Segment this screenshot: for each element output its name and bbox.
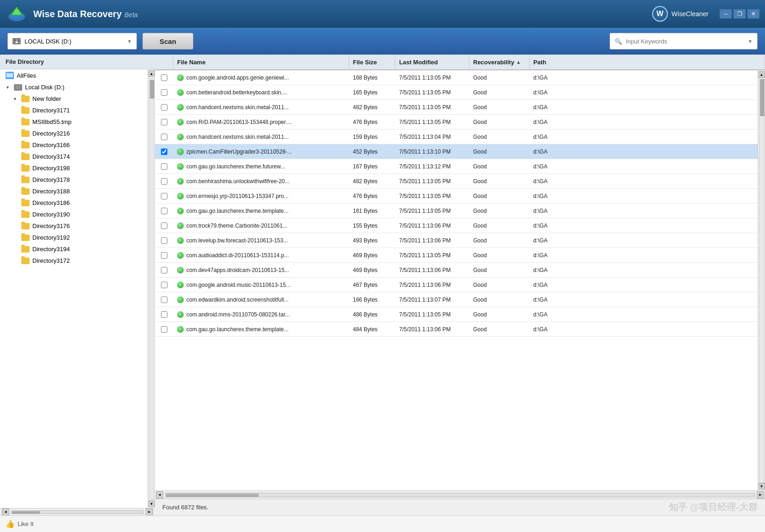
svg-rect-6	[6, 75, 13, 76]
table-row[interactable]: com.betterandroid.betterkeyboard.skin...…	[155, 85, 758, 100]
file-list-scroll-right[interactable]: ►	[757, 491, 764, 499]
row-checkbox-17[interactable]	[161, 326, 167, 333]
row-checkbox-16[interactable]	[161, 311, 167, 318]
sidebar-item-4[interactable]: MSI8bd55.tmp	[0, 116, 148, 128]
sidebar-item-14[interactable]: Directory3192	[0, 232, 148, 243]
file-list-scroll-left[interactable]: ◄	[156, 491, 163, 499]
table-row[interactable]: com.RrD.PAM-20110613-153448.proper....47…	[155, 115, 758, 130]
row-checkbox-6[interactable]	[161, 163, 167, 170]
sidebar-hscroll-thumb[interactable]	[12, 511, 40, 514]
sidebar-scroll-left[interactable]: ◄	[2, 508, 9, 516]
col-header-recoverability[interactable]: Recoverability ▲	[469, 55, 530, 69]
col-header-path[interactable]: Path	[530, 55, 765, 69]
sidebar-item-1[interactable]: ▼□Local Disk (D:)	[0, 81, 148, 93]
table-row[interactable]: com.gau.go.launcherex.theme.template...1…	[155, 204, 758, 218]
sidebar-scroll-thumb[interactable]	[150, 80, 154, 99]
sidebar-item-16[interactable]: Directory3172	[0, 255, 148, 266]
row-checkbox-cell-16	[155, 307, 173, 322]
table-row[interactable]: com.levelup.bw.forecast-20110613-153...4…	[155, 233, 758, 248]
row-recoverability-13: Good	[469, 263, 530, 277]
status-bar: Found 6872 files. 知乎 @项目经理-大群	[155, 499, 765, 515]
row-checkbox-14[interactable]	[161, 282, 167, 288]
recoverability-dot-icon	[177, 208, 184, 214]
table-row[interactable]: com.gau.go.launcherex.theme.futurew...16…	[155, 159, 758, 174]
col-header-filesize[interactable]: File Size	[349, 55, 395, 69]
folder-icon	[21, 246, 30, 253]
sidebar-item-13[interactable]: Directory3176	[0, 220, 148, 232]
sidebar-item-5[interactable]: Directory3216	[0, 128, 148, 139]
col-header-filename[interactable]: File Name	[173, 55, 349, 69]
sidebar-vertical-scrollbar[interactable]: ▲ ▼	[148, 69, 155, 508]
sidebar-item-2[interactable]: ▼New folder	[0, 93, 148, 105]
table-row[interactable]: com.android.mms-20110705-080226.tar...48…	[155, 307, 758, 322]
table-row[interactable]: com.google.android.apps.genie.geniewi...…	[155, 70, 758, 85]
row-checkbox-9[interactable]	[161, 208, 167, 214]
sidebar-item-12[interactable]: Directory3190	[0, 209, 148, 220]
table-row[interactable]: com.google.android.music-20110613-15...4…	[155, 278, 758, 292]
sidebar-scroll-down[interactable]: ▼	[148, 501, 155, 507]
row-checkbox-8[interactable]	[161, 193, 167, 199]
recoverability-dot-icon	[177, 311, 184, 318]
sidebar-item-11[interactable]: Directory3186	[0, 197, 148, 209]
row-modified-7: 7/5/2011 1:13:05 PM	[395, 174, 469, 188]
sidebar-scroll-up[interactable]: ▲	[148, 70, 155, 77]
table-row[interactable]: com.handcent.nextsms.skin.metal-2011...4…	[155, 100, 758, 115]
table-row[interactable]: zpicmen.CamFilterUpgrader3-20110528-...4…	[155, 144, 758, 159]
file-list-hscroll-thumb[interactable]	[166, 494, 259, 497]
sidebar-item-10[interactable]: Directory3188	[0, 186, 148, 197]
row-path-4: d:\GA	[530, 130, 758, 144]
drive-selector[interactable]: 💾 LOCAL DISK (D:) ▼	[7, 33, 137, 49]
row-checkbox-11[interactable]	[161, 237, 167, 244]
row-recoverability-8: Good	[469, 189, 530, 203]
table-row[interactable]: com.ermesjo.yrp-20110613-153347.pro...47…	[155, 189, 758, 204]
row-checkbox-1[interactable]	[161, 89, 167, 96]
row-checkbox-0[interactable]	[161, 74, 167, 81]
row-recoverability-1: Good	[469, 85, 530, 99]
sidebar-item-7[interactable]: Directory3174	[0, 151, 148, 162]
sidebar-item-6[interactable]: Directory3166	[0, 139, 148, 151]
scan-button[interactable]: Scan	[142, 33, 193, 49]
table-row[interactable]: com.edwardkim.android.screenshotitfull..…	[155, 292, 758, 307]
row-checkbox-2[interactable]	[161, 104, 167, 111]
row-filesize-17: 484 Bytes	[349, 322, 395, 336]
recoverability-dot-icon	[177, 326, 184, 333]
file-rows-vertical-scrollbar[interactable]: ▲ ▼	[758, 70, 765, 490]
search-bar[interactable]: 🔍 ▼	[610, 33, 758, 49]
sidebar-item-0[interactable]: AllFiles	[0, 69, 148, 81]
row-checkbox-5[interactable]	[161, 148, 167, 155]
search-input[interactable]	[626, 38, 744, 45]
row-checkbox-10[interactable]	[161, 223, 167, 229]
sidebar-scroll-right[interactable]: ►	[146, 508, 153, 516]
file-list-scroll-down[interactable]: ▼	[759, 483, 765, 489]
row-checkbox-13[interactable]	[161, 267, 167, 273]
row-checkbox-3[interactable]	[161, 119, 167, 125]
wisecleaner-button[interactable]: W WiseCleaner	[652, 6, 709, 22]
row-filesize-5: 452 Bytes	[349, 144, 395, 159]
table-row[interactable]: com.audioaddict.di-20110613-153114.p...4…	[155, 248, 758, 263]
row-checkbox-15[interactable]	[161, 297, 167, 303]
sort-arrow-icon: ▲	[516, 60, 521, 65]
sidebar-item-15[interactable]: Directory3194	[0, 243, 148, 255]
table-row[interactable]: com.gau.go.launcherex.theme.template...4…	[155, 322, 758, 337]
table-row[interactable]: com.trock79.theme.Carbonite-2011061...15…	[155, 218, 758, 233]
sidebar-item-8[interactable]: Directory3198	[0, 162, 148, 174]
sidebar-item-9[interactable]: Directory3178	[0, 174, 148, 186]
row-checkbox-4[interactable]	[161, 134, 167, 140]
sidebar-item-3[interactable]: Directory3171	[0, 105, 148, 116]
close-button[interactable]: ✕	[747, 9, 759, 19]
row-filesize-4: 159 Bytes	[349, 130, 395, 144]
file-list-scroll-thumb[interactable]	[760, 79, 765, 116]
table-row[interactable]: com.handcent.nextsms.skin.metal-2011...1…	[155, 130, 758, 144]
file-list-horizontal-scrollbar[interactable]: ◄ ►	[155, 490, 765, 499]
row-checkbox-7[interactable]	[161, 178, 167, 185]
table-row[interactable]: com.dev47apps.droidcam-20110613-15...469…	[155, 263, 758, 278]
file-list-scroll-up[interactable]: ▲	[759, 71, 765, 78]
sidebar-horizontal-scrollbar[interactable]: ◄ ►	[0, 508, 155, 515]
row-filesize-0: 168 Bytes	[349, 70, 395, 85]
restore-button[interactable]: ❐	[734, 9, 746, 19]
row-checkbox-12[interactable]	[161, 252, 167, 259]
col-header-modified[interactable]: Last Modified	[395, 55, 469, 69]
minimize-button[interactable]: ─	[720, 9, 732, 19]
col-header-checkbox[interactable]	[155, 55, 173, 69]
table-row[interactable]: com.benhirashima.unlockwithwififree-20..…	[155, 174, 758, 189]
